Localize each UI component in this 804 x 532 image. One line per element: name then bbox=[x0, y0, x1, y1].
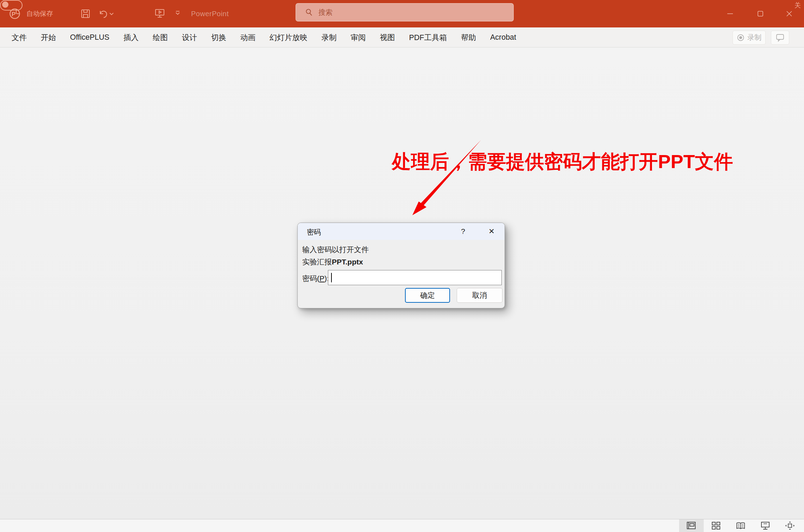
title-bar: P 自动保存 关 bbox=[0, 0, 804, 27]
cancel-button[interactable]: 取消 bbox=[457, 288, 502, 303]
record-button-label: 录制 bbox=[747, 33, 761, 42]
ribbon-tab-bar: 文件 开始 OfficePLUS 插入 绘图 设计 切换 动画 幻灯片放映 录制… bbox=[0, 27, 804, 47]
reading-view-button[interactable] bbox=[728, 519, 753, 532]
slide-sorter-view-button[interactable] bbox=[704, 519, 728, 532]
slideshow-view-button[interactable] bbox=[753, 519, 778, 532]
fit-to-window-icon bbox=[785, 521, 795, 530]
app-title: PowerPoint bbox=[191, 0, 229, 27]
ok-button[interactable]: 确定 bbox=[405, 288, 450, 303]
undo-icon[interactable] bbox=[98, 8, 108, 19]
powerpoint-logo-icon[interactable]: P bbox=[8, 7, 23, 21]
svg-text:P: P bbox=[12, 11, 15, 18]
dialog-filename: 实验汇报PPT.pptx bbox=[302, 257, 363, 267]
password-dialog: 密码 ? ✕ 输入密码以打开文件 实验汇报PPT.pptx 密码(P): 确定 … bbox=[297, 223, 505, 308]
annotation-text: 处理后，需要提供密码才能打开PPT文件 bbox=[392, 149, 733, 175]
slide-sorter-icon bbox=[711, 521, 721, 530]
toggle-knob-icon bbox=[2, 1, 8, 8]
search-input[interactable] bbox=[318, 8, 508, 17]
maximize-button[interactable] bbox=[749, 0, 772, 27]
slideshow-dropdown-chevron-icon[interactable] bbox=[175, 11, 181, 15]
search-icon bbox=[305, 8, 313, 16]
dialog-title: 密码 bbox=[307, 227, 321, 237]
reading-view-icon bbox=[736, 521, 746, 530]
dialog-close-button[interactable]: ✕ bbox=[486, 226, 498, 236]
comment-icon bbox=[775, 33, 785, 42]
tab-draw[interactable]: 绘图 bbox=[146, 32, 175, 43]
powerpoint-window: P 自动保存 关 bbox=[0, 0, 804, 532]
password-input-wrap bbox=[328, 270, 502, 285]
slideshow-view-icon bbox=[760, 521, 770, 530]
ribbon-right-actions: 录制 bbox=[733, 27, 804, 47]
tab-officeplus[interactable]: OfficePLUS bbox=[63, 33, 116, 42]
dialog-help-button[interactable]: ? bbox=[458, 226, 468, 236]
tab-animations[interactable]: 动画 bbox=[233, 32, 262, 43]
tab-transitions[interactable]: 切换 bbox=[204, 32, 233, 43]
view-switcher bbox=[679, 519, 802, 532]
tab-help[interactable]: 帮助 bbox=[454, 32, 483, 43]
status-bar bbox=[0, 519, 804, 532]
tab-slideshow[interactable]: 幻灯片放映 bbox=[262, 32, 315, 43]
password-access-key: P bbox=[319, 274, 324, 282]
autosave-label: 自动保存 bbox=[26, 0, 53, 27]
dialog-title-bar[interactable]: 密码 ? ✕ bbox=[298, 223, 505, 240]
filename-bold: PPT.pptx bbox=[332, 258, 363, 266]
tab-acrobat[interactable]: Acrobat bbox=[483, 33, 523, 42]
record-button[interactable]: 录制 bbox=[733, 31, 766, 45]
text-caret bbox=[331, 273, 332, 282]
tab-insert[interactable]: 插入 bbox=[116, 32, 146, 43]
filename-prefix: 实验汇报 bbox=[302, 258, 332, 266]
normal-view-button[interactable] bbox=[679, 519, 704, 532]
tab-review[interactable]: 审阅 bbox=[343, 32, 373, 43]
search-box[interactable] bbox=[296, 3, 514, 21]
tab-home[interactable]: 开始 bbox=[34, 32, 63, 43]
save-icon[interactable] bbox=[80, 9, 91, 19]
tab-file[interactable]: 文件 bbox=[5, 32, 34, 43]
tab-record[interactable]: 录制 bbox=[314, 32, 343, 43]
fit-to-window-button[interactable] bbox=[778, 519, 802, 532]
start-slideshow-icon[interactable] bbox=[154, 8, 165, 19]
tab-view[interactable]: 视图 bbox=[373, 32, 402, 43]
undo-dropdown-chevron-icon[interactable] bbox=[109, 12, 114, 15]
minimize-button[interactable] bbox=[719, 0, 741, 27]
dialog-prompt: 输入密码以打开文件 bbox=[302, 245, 369, 255]
close-button[interactable] bbox=[778, 0, 800, 27]
tab-pdf-toolbox[interactable]: PDF工具箱 bbox=[402, 32, 454, 43]
password-label: 密码(P): bbox=[302, 274, 329, 283]
record-icon bbox=[737, 34, 745, 41]
normal-view-icon bbox=[686, 521, 696, 530]
comments-button[interactable] bbox=[771, 31, 789, 45]
password-input[interactable] bbox=[328, 270, 502, 285]
tab-design[interactable]: 设计 bbox=[175, 32, 204, 43]
